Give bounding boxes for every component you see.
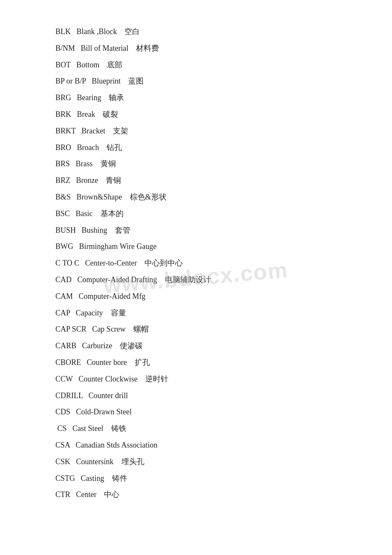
list-item: B/NM Bill of Material 材料费	[55, 42, 358, 55]
list-item: BRKT Bracket 支架	[55, 125, 358, 137]
list-item: BOT Bottom 底部	[55, 59, 358, 71]
list-item: CAP SCR Cap Screw 螺帽	[55, 323, 358, 335]
list-item: B&S Brown&Shape 棕色&形状	[55, 191, 358, 203]
list-item: BRZ Bronze 青铜	[55, 174, 358, 187]
list-item: CBORE Counter bore 扩孔	[55, 356, 358, 369]
list-item: CSA Canadian Stds Association	[55, 439, 358, 451]
list-item: CSTG Casting 铸件	[55, 472, 358, 485]
list-item: BRK Break 破裂	[55, 108, 358, 121]
list-item: CCW Counter Clockwise 逆时针	[55, 373, 358, 385]
list-item: BP or B/P Blueprint 蓝图	[55, 75, 358, 87]
list-item: CDS Cold-Drawn Steel	[55, 406, 358, 418]
list-item: CAP Capacity 容量	[55, 307, 358, 319]
list-item: CAD Computer-Aided Drafting 电脑辅助设计	[55, 274, 358, 286]
list-item: CS Cast Steel 铸铁	[55, 422, 358, 435]
list-item: BRS Brass 黄铜	[55, 158, 358, 170]
list-item: C TO C Center-to-Center 中心到中心	[55, 257, 358, 269]
list-item: CTR Center 中心	[55, 489, 358, 501]
list-item: BSC Basic 基本的	[55, 208, 358, 220]
list-item: CSK Countersink 埋头孔	[55, 456, 358, 468]
list-item: BRO Broach 钻孔	[55, 142, 358, 154]
list-item: CARB Carburize 使渗碳	[55, 340, 358, 352]
list-item: CAM Computer-Aided Mfg	[55, 290, 358, 303]
list-item: BUSH Bushing 套管	[55, 224, 358, 237]
list-item: BLK Blank ,Block 空白	[55, 26, 358, 38]
list-item: BWG Birmingham Wire Gauge	[55, 240, 358, 253]
list-item: CDRILL Counter drill	[55, 390, 358, 402]
list-item: BRG Bearing 轴承	[55, 92, 358, 104]
glossary-list: BLK Blank ,Block 空白B/NM Bill of Material…	[55, 26, 358, 501]
